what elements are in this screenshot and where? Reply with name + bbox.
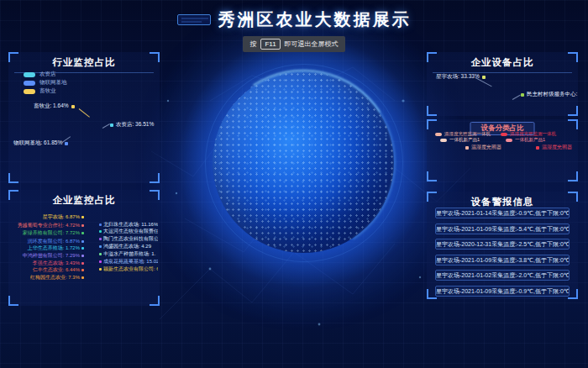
legend-label: 物联网基地	[39, 79, 67, 87]
callout-right-device: 温湿度光照器	[536, 144, 572, 151]
legend-item[interactable]: 温湿度光照监测一体机	[435, 131, 491, 137]
category-donut-left[interactable]	[430, 140, 460, 171]
pie-label: 北归珠生态农场: 11.16%	[99, 222, 158, 228]
legend-item[interactable]: 畜牧业	[24, 87, 67, 95]
legend-swatch	[24, 89, 35, 94]
logo-badge	[177, 14, 211, 25]
pie-label: 秀越葡萄专业合作社: 4.72%	[10, 223, 84, 229]
alarm-row: 星宇农场-2021-01-14采集温度:-0.9℃,低于下限:0℃	[435, 208, 570, 218]
pie-label: 成泉花苑蔬菜基地: 15.02%	[99, 259, 158, 265]
panel-device-ratio: 企业设备占比 星宇农场: 33.33% 民主村村级服务中心:	[427, 52, 578, 116]
callout-dot	[482, 76, 486, 79]
globe	[213, 71, 394, 253]
callout-dot	[536, 146, 539, 150]
category-donut-right[interactable]	[499, 140, 529, 171]
panel-device-category: 设备分类占比 温湿度光照监测一体机 一体机新产品1 温湿度光照器 温湿度光照监测…	[427, 119, 578, 181]
legend-label: 农资店	[39, 71, 56, 78]
legend-item[interactable]: 物联网基地	[24, 79, 67, 87]
pie-label: 大运河生态牧业有限责任公	[99, 229, 158, 234]
pie-label: 仁丰生态农业: 6.44%	[10, 267, 84, 273]
hint-suffix: 即可退出全屏模式	[285, 39, 339, 49]
alarm-row: 星宇农场-2021-01-09采集温度:-0.9℃,低于下限:0℃	[435, 286, 570, 297]
callout-dot	[65, 142, 68, 145]
alarm-row: 星宇农场-2020-12-31采集温度:-2.5℃,低于下限:0℃	[435, 239, 570, 250]
alarm-row: 星宇农场-2021-01-02采集温度:-2.0℃,低于下限:0℃	[435, 270, 570, 281]
panel-title: 企业设备占比	[433, 52, 572, 73]
callout-livestock: 畜牧业: 1.64%	[34, 103, 75, 110]
callout-minzhu-center: 民主村村级服务中心:	[521, 91, 577, 98]
callout-dot	[521, 93, 524, 97]
panel-title: 设备警报信息	[427, 192, 578, 208]
pie-label: 颖新生态农业有限公司: 6.87	[99, 266, 158, 272]
alarm-list: 星宇农场-2021-01-14采集温度:-0.9℃,低于下限:0℃ 星宇农场-2…	[435, 208, 570, 301]
panel-device-alarms: 设备警报信息 星宇农场-2021-01-14采集温度:-0.9℃,低于下限:0℃…	[427, 192, 578, 299]
pie-label: 李强生态农场: 3.43%	[10, 260, 84, 266]
legend-swatch	[24, 72, 35, 77]
callout-dot	[465, 146, 469, 150]
header: 秀洲区农业大数据展示 按 F11 即可退出全屏模式	[0, 8, 588, 52]
industry-legend: 农资店 物联网基地 畜牧业	[24, 71, 67, 96]
alarm-row: 星宇农场-2021-01-09采集温度:-5.4℃,低于下限:0℃	[435, 223, 570, 234]
pie-label: 红梅园生态农业: 7.3%	[10, 275, 84, 281]
legend-item[interactable]: 农资店	[24, 71, 67, 78]
f11-keycap: F11	[260, 39, 280, 50]
callout-agristore: 农资店: 36.51%	[110, 121, 154, 129]
legend-label: 畜牧业	[39, 87, 56, 95]
device-donut-chart[interactable]	[486, 76, 522, 113]
callout-iot-base: 物联网基地: 61.85%	[13, 139, 68, 147]
legend-swatch	[24, 81, 35, 86]
alarm-row: 星宇农场-2021-01-09采集温度:-3.8℃,低于下限:0℃	[435, 255, 570, 265]
dashboard: 秀洲区农业大数据展示 按 F11 即可退出全屏模式 行业监控占比 农资店 物联网…	[0, 0, 588, 368]
callout-left-device: 温湿度光照器	[465, 144, 501, 151]
pie-label: 星宇农场: 6.87%	[10, 214, 84, 220]
pie-label: 上华生态养殖场: 1.72%	[10, 245, 84, 251]
page-title: 秀洲区农业大数据展示	[218, 8, 412, 31]
pie-label: 鸿盛园生态农场: 4.29	[99, 244, 158, 250]
hint-prefix: 按	[249, 39, 256, 49]
callout-dot	[110, 124, 113, 127]
industry-donut-chart[interactable]	[68, 114, 105, 151]
pie-label: 润环发有限公司: 6.87%	[10, 239, 84, 244]
fullscreen-hint: 按 F11 即可退出全屏模式	[243, 36, 344, 52]
panel-enterprise-monitor: 企业监控占比 星宇农场: 6.87% 秀越葡萄专业合作社: 4.72% 家绿养殖…	[8, 190, 160, 306]
pie-label: 丰溢水产种苗养殖场: 1.	[99, 251, 158, 257]
panel-title: 企业监控占比	[8, 190, 160, 207]
globe-rim-highlight	[194, 53, 413, 272]
pie-label: 陶门生态农业科技有限公	[99, 236, 158, 242]
pie-label: 家绿养殖有限公司: 7.72%	[10, 230, 84, 236]
pie-label: 中鸿种苗有限公司: 7.29%	[10, 253, 84, 259]
callout-dot	[71, 105, 75, 108]
panel-industry-monitor: 行业监控占比 农资店 物联网基地 畜牧业 畜牧业: 1.64% 农资店: 36.…	[8, 52, 160, 183]
legend-item[interactable]: 温湿度光照监测一体机	[501, 131, 556, 137]
